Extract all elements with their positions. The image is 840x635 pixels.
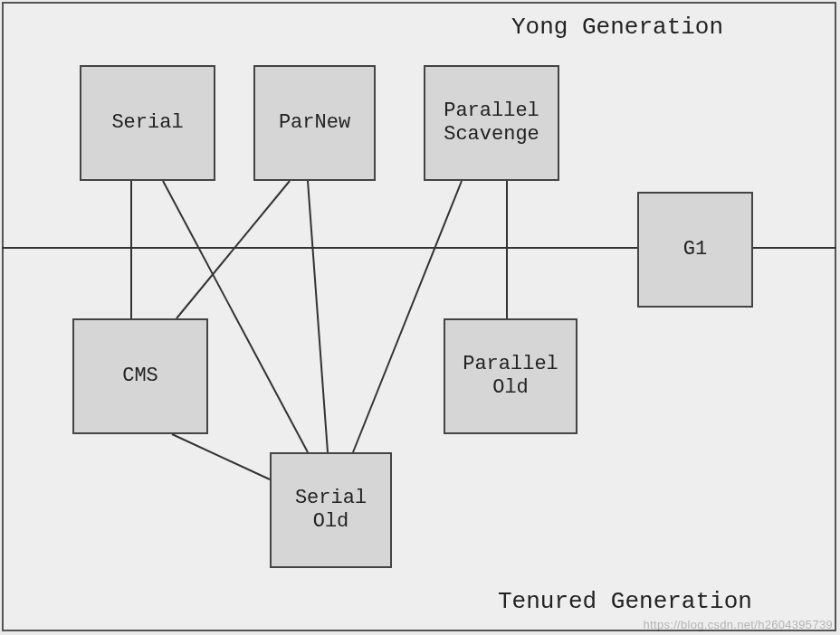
node-serial: Serial bbox=[80, 65, 215, 181]
node-serial-old: Serial Old bbox=[270, 452, 392, 568]
node-parallel-scavenge: Parallel Scavenge bbox=[424, 65, 559, 181]
node-g1: G1 bbox=[637, 192, 753, 308]
node-parallel-old: Parallel Old bbox=[444, 318, 578, 434]
label-young-generation: Yong Generation bbox=[511, 14, 723, 41]
watermark: https://blog.csdn.net/h2604395739 bbox=[644, 618, 833, 631]
node-cms: CMS bbox=[72, 318, 208, 434]
label-tenured-generation: Tenured Generation bbox=[498, 588, 752, 615]
node-parnew: ParNew bbox=[253, 65, 376, 181]
